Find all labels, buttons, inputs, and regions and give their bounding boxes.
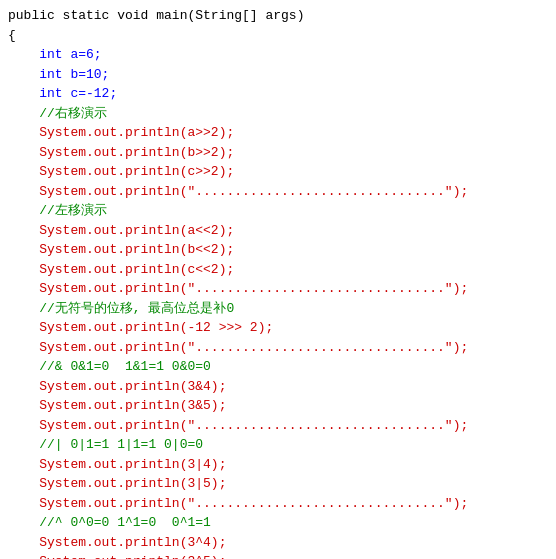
code-line: int c=-12;	[8, 84, 548, 104]
code-line: System.out.println(3&5);	[8, 396, 548, 416]
code-line: System.out.println(3&4);	[8, 377, 548, 397]
code-line: //& 0&1=0 1&1=1 0&0=0	[8, 357, 548, 377]
code-line: System.out.println("....................…	[8, 279, 548, 299]
code-line: public static void main(String[] args)	[8, 6, 548, 26]
code-content: public static void main(String[] args){ …	[8, 6, 548, 559]
code-line: System.out.println(c<<2);	[8, 260, 548, 280]
code-line: System.out.println(-12 >>> 2);	[8, 318, 548, 338]
code-line: int a=6;	[8, 45, 548, 65]
code-line: //无符号的位移, 最高位总是补0	[8, 299, 548, 319]
code-line: System.out.println("....................…	[8, 338, 548, 358]
code-line: System.out.println(c>>2);	[8, 162, 548, 182]
code-line: System.out.println(3^5);	[8, 552, 548, 559]
code-line: //^ 0^0=0 1^1=0 0^1=1	[8, 513, 548, 533]
code-line: System.out.println("....................…	[8, 182, 548, 202]
code-line: {	[8, 26, 548, 46]
code-line: System.out.println(a>>2);	[8, 123, 548, 143]
code-line: System.out.println(3|4);	[8, 455, 548, 475]
code-line: System.out.println(b>>2);	[8, 143, 548, 163]
code-editor: public static void main(String[] args){ …	[0, 0, 556, 559]
code-line: System.out.println("....................…	[8, 416, 548, 436]
code-line: //左移演示	[8, 201, 548, 221]
code-line: System.out.println(b<<2);	[8, 240, 548, 260]
code-line: System.out.println(3|5);	[8, 474, 548, 494]
code-line: //| 0|1=1 1|1=1 0|0=0	[8, 435, 548, 455]
code-line: //右移演示	[8, 104, 548, 124]
code-line: System.out.println(a<<2);	[8, 221, 548, 241]
code-line: System.out.println("....................…	[8, 494, 548, 514]
code-line: System.out.println(3^4);	[8, 533, 548, 553]
code-line: int b=10;	[8, 65, 548, 85]
